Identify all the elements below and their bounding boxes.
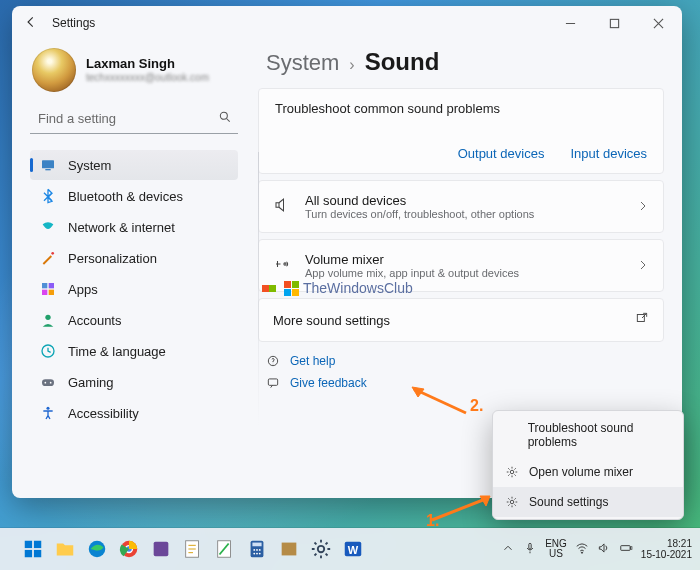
app-icon[interactable]: [148, 536, 174, 562]
profile-name: Laxman Singh: [86, 56, 209, 72]
chrome-icon[interactable]: [116, 536, 142, 562]
mixer-icon: [273, 255, 291, 277]
tray-chevron-up-icon[interactable]: [501, 541, 515, 557]
row-title: All sound devices: [305, 193, 623, 208]
svg-rect-8: [49, 290, 54, 295]
sidebar-item-label: Time & language: [68, 344, 166, 359]
link-label: Get help: [290, 354, 335, 368]
bluetooth-icon: [40, 188, 56, 204]
volume-icon[interactable]: [597, 541, 611, 557]
svg-rect-6: [49, 283, 54, 288]
sidebar-item-label: Accessibility: [68, 406, 139, 421]
svg-rect-0: [610, 19, 618, 27]
svg-rect-15: [276, 202, 279, 207]
cm-sound-settings[interactable]: Sound settings: [493, 487, 683, 517]
sidebar-item-time[interactable]: Time & language: [30, 336, 238, 366]
menu-label: Open volume mixer: [529, 465, 633, 479]
svg-point-9: [45, 315, 50, 320]
window-title: Settings: [52, 16, 95, 30]
sidebar-item-label: Personalization: [68, 251, 157, 266]
system-icon: [40, 157, 56, 173]
svg-rect-25: [34, 550, 41, 557]
settings-icon[interactable]: [308, 536, 334, 562]
svg-rect-30: [154, 542, 169, 557]
app-icon[interactable]: [276, 536, 302, 562]
svg-point-39: [256, 553, 258, 555]
microphone-icon[interactable]: [523, 541, 537, 557]
breadcrumb-parent[interactable]: System: [266, 50, 339, 76]
maximize-button[interactable]: [592, 6, 636, 40]
back-icon[interactable]: [24, 15, 38, 32]
app-icon[interactable]: [212, 536, 238, 562]
chevron-right-icon: [637, 198, 649, 216]
language-indicator[interactable]: ENGUS: [545, 539, 567, 559]
sidebar-item-bluetooth[interactable]: Bluetooth & devices: [30, 181, 238, 211]
network-icon: [40, 219, 56, 235]
profile-block[interactable]: Laxman Singh techxxxxxxxx@outlook.com: [30, 44, 238, 104]
sidebar-item-personalization[interactable]: Personalization: [30, 243, 238, 273]
calculator-icon[interactable]: [244, 536, 270, 562]
sidebar-item-apps[interactable]: Apps: [30, 274, 238, 304]
svg-rect-34: [252, 543, 261, 547]
svg-rect-5: [42, 283, 47, 288]
file-explorer-icon[interactable]: [52, 536, 78, 562]
speaker-icon: [273, 196, 291, 218]
sidebar-item-system[interactable]: System: [30, 150, 238, 180]
svg-rect-22: [25, 541, 32, 548]
cm-troubleshoot[interactable]: Troubleshoot sound problems: [493, 413, 683, 457]
give-feedback-link[interactable]: Give feedback: [266, 376, 662, 390]
svg-rect-48: [631, 547, 632, 549]
sidebar-item-label: Gaming: [68, 375, 114, 390]
titlebar: Settings: [12, 6, 682, 40]
input-devices-link[interactable]: Input devices: [570, 146, 647, 161]
svg-point-13: [50, 382, 52, 384]
svg-point-35: [253, 549, 255, 551]
menu-label: Troubleshoot sound problems: [528, 421, 671, 449]
apps-icon: [40, 281, 56, 297]
avatar: [32, 48, 76, 92]
sidebar-item-accessibility[interactable]: Accessibility: [30, 398, 238, 428]
sidebar-item-label: Bluetooth & devices: [68, 189, 183, 204]
svg-rect-19: [268, 379, 277, 385]
svg-point-36: [256, 549, 258, 551]
output-devices-link[interactable]: Output devices: [458, 146, 545, 161]
volume-mixer-row[interactable]: Volume mixer App volume mix, app input &…: [258, 239, 664, 292]
more-sound-settings-row[interactable]: More sound settings: [258, 298, 664, 342]
sidebar-item-label: Network & internet: [68, 220, 175, 235]
svg-point-12: [44, 382, 46, 384]
svg-rect-17: [637, 315, 644, 322]
svg-rect-3: [45, 169, 50, 170]
svg-rect-41: [282, 543, 297, 556]
feedback-icon: [266, 376, 280, 390]
battery-icon[interactable]: [619, 541, 633, 557]
search-input[interactable]: Find a setting: [30, 104, 238, 134]
edge-icon[interactable]: [84, 536, 110, 562]
row-subtitle: Turn devices on/off, troubleshoot, other…: [305, 208, 623, 220]
sidebar-item-gaming[interactable]: Gaming: [30, 367, 238, 397]
open-external-icon: [635, 311, 649, 329]
troubleshoot-title: Troubleshoot common sound problems: [275, 101, 647, 116]
all-sound-devices-row[interactable]: All sound devices Turn devices on/off, t…: [258, 180, 664, 233]
clock[interactable]: 18:2115-10-2021: [641, 538, 692, 560]
app-icon[interactable]: [180, 536, 206, 562]
row-title: More sound settings: [273, 313, 621, 328]
svg-point-20: [510, 470, 514, 474]
get-help-link[interactable]: Get help: [266, 354, 662, 368]
sidebar-item-network[interactable]: Network & internet: [30, 212, 238, 242]
close-button[interactable]: [636, 6, 680, 40]
troubleshoot-card: Troubleshoot common sound problems Outpu…: [258, 88, 664, 174]
search-icon: [218, 110, 232, 127]
minimize-button[interactable]: [548, 6, 592, 40]
svg-point-46: [581, 552, 582, 553]
word-icon[interactable]: W: [340, 536, 366, 562]
svg-rect-24: [25, 550, 32, 557]
wifi-icon[interactable]: [575, 541, 589, 557]
time-icon: [40, 343, 56, 359]
svg-text:W: W: [348, 544, 359, 556]
start-button[interactable]: [20, 536, 46, 562]
divider: [258, 152, 259, 426]
svg-point-1: [220, 112, 227, 119]
breadcrumb: System › Sound: [258, 44, 664, 88]
cm-open-mixer[interactable]: Open volume mixer: [493, 457, 683, 487]
sidebar-item-accounts[interactable]: Accounts: [30, 305, 238, 335]
